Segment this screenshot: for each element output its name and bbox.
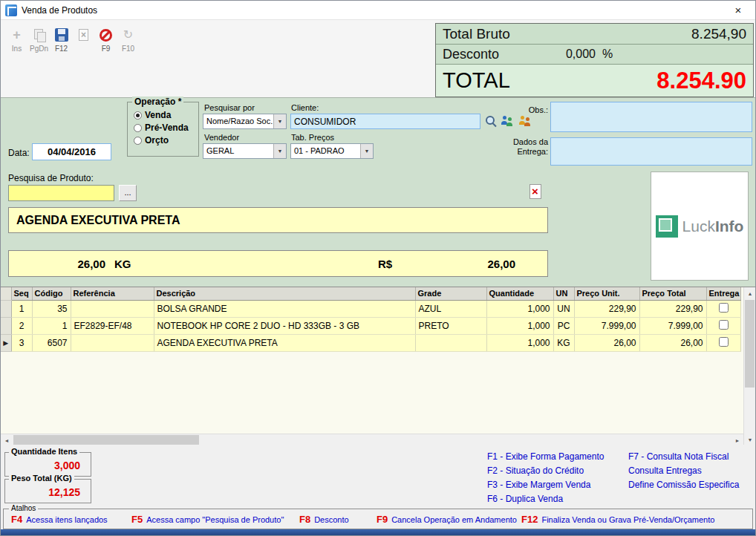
col-grade[interactable]: Grade (415, 287, 486, 300)
dados-entrega-textarea[interactable] (550, 137, 752, 166)
col-codigo[interactable]: Código (32, 287, 71, 300)
insert-icon: + (13, 28, 21, 42)
items-grid: Seq Código Referência Descrição Grade Qu… (1, 287, 741, 352)
scroll-down-button[interactable]: ▼ (744, 434, 756, 445)
refresh-icon: ↻ (123, 29, 133, 41)
desconto-row: Desconto 0,000 % (436, 45, 753, 65)
shortcut-hints-col2: F7 - Consulta Nota Fiscal Consulta Entre… (628, 450, 739, 492)
table-row[interactable]: 2 1 EF2829-EF/48 NOTEBOOK HP CORE 2 DUO … (1, 317, 740, 334)
search-client-icon[interactable] (485, 115, 497, 127)
total-row: TOTAL 8.254.90 (436, 65, 753, 97)
cliente-label: Cliente: (291, 103, 319, 112)
total-bruto-row: Total Bruto 8.254,90 (436, 24, 753, 45)
bottom-accent-bar (1, 529, 755, 536)
remove-product-icon[interactable]: × (529, 184, 541, 199)
person-icon (506, 117, 512, 126)
product-quantity: 26,00 (42, 258, 105, 270)
hint-f3: F3 - Exibe Margem Venda (487, 478, 604, 492)
grid-horizontal-scrollbar[interactable]: ◄ ► (1, 434, 743, 445)
vendedor-select[interactable]: GERAL ▼ (203, 143, 287, 159)
hint-f1: F1 - Exibe Forma Pagamento (487, 450, 604, 464)
titlebar: Venda de Produtos × (1, 1, 755, 20)
atalhos-bar: Atalhos F4 Acessa itens lançados F5 Aces… (3, 509, 753, 529)
atalho-f9: F9 Cancela Operação em Andamento (377, 514, 517, 525)
atalho-f8: F8 Desconto (299, 514, 349, 525)
radio-venda[interactable]: Venda (134, 110, 171, 120)
radio-circle (134, 124, 142, 132)
product-qty-display: 26,00 KG R$ 26,00 (8, 250, 548, 277)
totals-panel: Total Bruto 8.254,90 Desconto 0,000 % TO… (435, 23, 754, 97)
dados-entrega-label: Dados da Entrega: (506, 137, 548, 157)
col-descricao[interactable]: Descrição (154, 287, 415, 300)
hint-consulta-entregas: Consulta Entregas (628, 464, 739, 478)
close-button[interactable]: × (726, 4, 751, 16)
entrega-checkbox[interactable] (719, 337, 729, 347)
entrega-checkbox[interactable] (719, 303, 729, 313)
col-referencia[interactable]: Referência (71, 287, 154, 300)
grid-vertical-scrollbar[interactable]: ▲ ▼ (743, 287, 755, 445)
tab-precos-select[interactable]: 01 - PADRAO ▼ (290, 143, 374, 159)
chevron-down-icon[interactable]: ▼ (273, 114, 286, 128)
cliente-field[interactable]: CONSUMIDOR (290, 114, 480, 129)
hint-comissao: Define Comissão Especifica (628, 478, 739, 492)
pesquisa-produto-input[interactable] (8, 185, 114, 201)
scroll-up-button[interactable]: ▲ (744, 287, 756, 299)
tab-precos-label: Tab. Preços (291, 133, 334, 142)
radio-orcto[interactable]: Orçto (134, 135, 169, 146)
col-quantidade[interactable]: Quantidade (486, 287, 553, 300)
refresh-button[interactable]: ↻ F10 (118, 27, 138, 53)
save-button[interactable]: F12 (51, 27, 71, 53)
col-preco-unit[interactable]: Preço Unit. (574, 287, 639, 300)
contacts-icon[interactable] (519, 116, 534, 126)
hint-f2: F2 - Situação do Crédito (487, 464, 604, 478)
hint-f6: F6 - Duplica Venda (487, 492, 604, 506)
entrega-checkbox[interactable] (719, 320, 729, 330)
radio-pre-venda[interactable]: Pré-Venda (134, 122, 189, 133)
obs-textarea[interactable] (550, 102, 752, 132)
cancel-operation-button[interactable]: F9 (96, 27, 116, 53)
save-icon (55, 28, 68, 42)
quantidade-itens-value: 3,000 (54, 460, 80, 471)
desconto-value: 0,000 (532, 48, 596, 61)
pagedown-button[interactable]: PgDn (29, 27, 49, 53)
pesquisar-por-label: Pesquisar por (204, 103, 255, 112)
product-unit: KG (114, 258, 131, 270)
insert-record-button[interactable]: + Ins (7, 27, 27, 53)
pesquisa-produto-label: Pesquisa de Produto: (8, 173, 94, 183)
product-price: 26,00 (425, 258, 515, 270)
form-panel: Data: 04/04/2016 Operação * Venda Pré-Ve… (1, 97, 755, 287)
luckinfo-logo: LuckInfo (651, 171, 749, 281)
table-row[interactable]: 1 35 BOLSA GRANDE AZUL 1,000 UN 229,90 2… (1, 300, 740, 317)
radio-circle (134, 137, 142, 145)
atalho-f5: F5 Acessa campo "Pesquisa de Produto" (131, 514, 284, 525)
operacao-title: Operação * (132, 97, 183, 107)
horizontal-scroll-thumb[interactable] (13, 435, 199, 445)
person-icon (524, 117, 530, 126)
operacao-groupbox: Operação * Venda Pré-Venda Orçto (127, 102, 199, 157)
indicator-header (1, 287, 11, 300)
col-seq[interactable]: Seq (11, 287, 32, 300)
browse-product-button[interactable]: ... (119, 185, 137, 201)
product-name-display: AGENDA EXECUTIVA PRETA (8, 207, 548, 233)
col-entrega[interactable]: Entrega (706, 287, 740, 300)
peso-total-box: Peso Total (KG) 12,125 (4, 479, 91, 503)
delete-icon (79, 29, 88, 41)
pages-icon (34, 29, 45, 41)
col-un[interactable]: UN (553, 287, 574, 300)
table-row[interactable]: ▶ 3 6507 AGENDA EXECUTIVA PRETA 1,000 KG… (1, 334, 740, 351)
desconto-label: Desconto (443, 47, 499, 62)
total-value: 8.254.90 (656, 68, 746, 94)
clients-icon[interactable] (501, 116, 516, 126)
peso-total-value: 12,125 (48, 486, 80, 498)
chevron-down-icon[interactable]: ▼ (273, 144, 286, 158)
vendedor-label: Vendedor (204, 133, 239, 142)
chevron-down-icon[interactable]: ▼ (360, 144, 373, 158)
current-row-marker: ▶ (1, 334, 11, 351)
delete-button[interactable] (74, 27, 94, 53)
atalho-f12: F12 Finaliza Venda ou Grava Pré-Venda/Or… (521, 514, 714, 525)
cancel-icon (100, 29, 112, 42)
col-preco-total[interactable]: Preço Total (639, 287, 706, 300)
vertical-scroll-thumb[interactable] (745, 300, 755, 388)
pesquisar-por-select[interactable]: Nome/Razao Soc. ▼ (203, 114, 287, 129)
data-field[interactable]: 04/04/2016 (32, 143, 111, 160)
